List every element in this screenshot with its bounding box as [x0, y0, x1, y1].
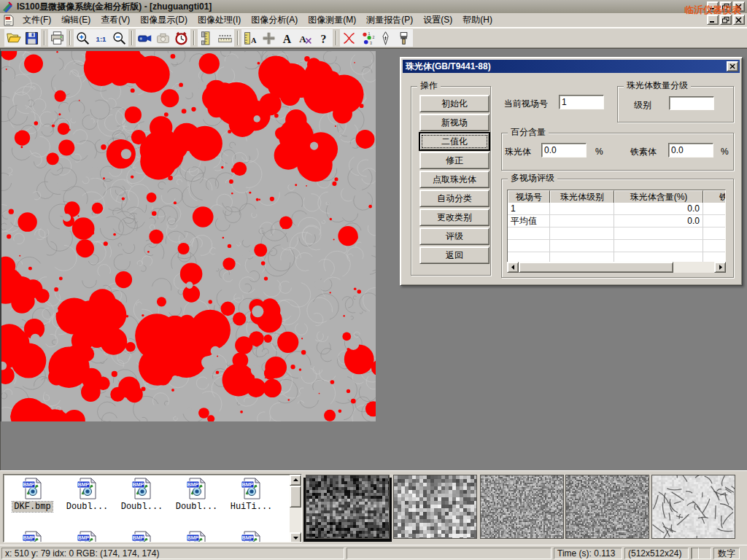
toolbar-separator: [193, 31, 195, 45]
menu-item-6[interactable]: 图像分析(A): [246, 13, 303, 26]
metallograph-image[interactable]: [1, 51, 376, 421]
move-cross-button[interactable]: [260, 29, 278, 47]
bmp-file-icon: BMP: [185, 530, 209, 542]
dialog-title: 珠光体(GB/T9441-88): [406, 61, 491, 73]
print-button[interactable]: [48, 29, 66, 47]
table-row[interactable]: 平均值0.0: [508, 215, 725, 228]
menu-item-4[interactable]: 图像显示(D): [135, 13, 193, 26]
file-item-partial[interactable]: BMP: [60, 530, 115, 542]
ruler-button[interactable]: [216, 29, 234, 47]
op-button-4[interactable]: 修正: [419, 152, 489, 169]
table-row[interactable]: 10.0: [508, 203, 725, 215]
menu-item-8[interactable]: 测量报告(P): [361, 13, 418, 26]
window-restore-button[interactable]: [720, 1, 732, 12]
operations-group-label: 操作: [417, 80, 441, 90]
scroll-right-button[interactable]: [714, 262, 726, 273]
open-button[interactable]: [4, 29, 23, 47]
file-item[interactable]: BMPDoubl...: [115, 477, 169, 512]
classify-points-button[interactable]: 123: [358, 29, 376, 47]
table-row[interactable]: [508, 240, 725, 252]
thumbnail-1[interactable]: [306, 475, 390, 539]
level-input[interactable]: [669, 96, 714, 110]
menu-item-5[interactable]: 图像处理(I): [193, 13, 246, 26]
op-button-6[interactable]: 自动分类: [419, 190, 489, 207]
text-style-button[interactable]: A: [296, 29, 314, 47]
menu-item-2[interactable]: 编辑(E): [56, 13, 96, 26]
window-close-button[interactable]: [733, 1, 745, 12]
measure-scale-button[interactable]: A: [241, 29, 260, 47]
pen-button[interactable]: [376, 29, 395, 47]
file-browser-panel: BMPDKF.bmpBMPDoubl...BMPDoubl...BMPDoubl…: [0, 470, 747, 545]
file-item-partial[interactable]: BMP: [169, 530, 224, 542]
op-button-7[interactable]: 更改类别: [419, 209, 489, 226]
file-name: Doubl...: [120, 502, 165, 512]
rating-table-group: 多视场评级 视场号珠光体级别珠光体含量(%)铁素体10.0平均值0.0: [501, 179, 734, 278]
caliper-button[interactable]: [198, 29, 216, 47]
pearlite-percent-input[interactable]: [541, 143, 587, 158]
op-button-9[interactable]: 返回: [419, 246, 489, 264]
child-minimize-button[interactable]: [707, 15, 719, 25]
scrollbar-thumb[interactable]: [290, 486, 301, 508]
save-button[interactable]: [23, 29, 41, 47]
table-cell: [508, 228, 550, 240]
zoom-out-button[interactable]: [110, 29, 128, 47]
camera-button[interactable]: [154, 29, 172, 47]
image-size-panel: (512x512x24): [624, 548, 689, 559]
menu-item-10[interactable]: 帮助(H): [457, 13, 498, 26]
file-item-partial[interactable]: BMP: [5, 530, 60, 542]
table-horizontal-scrollbar[interactable]: [507, 262, 726, 273]
menu-item-1[interactable]: 文件(F): [18, 13, 56, 26]
file-item[interactable]: BMPDoubl...: [169, 477, 224, 512]
child-restore-button[interactable]: [720, 15, 732, 25]
child-close-button[interactable]: [733, 15, 745, 25]
file-item-partial[interactable]: BMP: [224, 530, 279, 542]
thumbnail-5[interactable]: [651, 475, 735, 539]
svg-text:BMP: BMP: [241, 482, 253, 487]
file-item[interactable]: BMPDoubl...: [60, 477, 115, 512]
file-item[interactable]: BMPHuiTi...: [224, 477, 279, 512]
zoom-out-icon: [112, 31, 127, 46]
op-button-8[interactable]: 评级: [419, 228, 489, 245]
menu-item-9[interactable]: 设置(S): [418, 13, 457, 26]
document-icon: [3, 15, 15, 26]
table-cell: [550, 203, 614, 215]
zoom-in-button[interactable]: [74, 29, 92, 47]
menu-item-3[interactable]: 查看(V): [96, 13, 135, 26]
dialog-close-button[interactable]: [727, 61, 738, 71]
curve-tool-button[interactable]: [340, 29, 358, 47]
pearlite-label: 珠光体: [505, 146, 531, 158]
table-row[interactable]: [508, 228, 725, 240]
current-field-input[interactable]: [559, 95, 604, 109]
scroll-left-button[interactable]: [507, 262, 519, 273]
table-cell: 平均值: [508, 215, 550, 228]
title-bar: IS100显微摄像系统(金相分析版) - [zhuguangti01]: [0, 0, 747, 13]
op-button-1[interactable]: 初始化: [419, 95, 489, 112]
scroll-up-button[interactable]: [290, 475, 301, 486]
op-button-2[interactable]: 新视场: [419, 114, 489, 131]
svg-text:BMP: BMP: [77, 535, 89, 540]
file-list-scrollbar[interactable]: [290, 475, 301, 542]
scrollbar-thumb[interactable]: [519, 262, 673, 273]
ferrite-percent-input[interactable]: [668, 143, 713, 158]
thumbnail-2[interactable]: [393, 475, 477, 539]
grab-tool-button[interactable]: [395, 29, 413, 47]
table-cell: [614, 228, 703, 240]
menu-item-7[interactable]: 图像测量(M): [303, 13, 361, 26]
thumbnail-4[interactable]: [565, 475, 649, 539]
thumbnail-3[interactable]: [480, 475, 564, 539]
text-button[interactable]: A: [278, 29, 296, 47]
video-camera-button[interactable]: [136, 29, 154, 47]
actual-size-button[interactable]: 1:1: [92, 29, 110, 47]
scroll-down-button[interactable]: [290, 532, 301, 542]
timer-button[interactable]: [172, 29, 190, 47]
op-button-5[interactable]: 点取珠光体: [419, 171, 489, 188]
window-minimize-button[interactable]: [707, 1, 719, 12]
help-button[interactable]: ?: [314, 29, 333, 47]
op-button-3[interactable]: 二值化: [419, 133, 489, 150]
file-item-partial[interactable]: BMP: [115, 530, 169, 542]
dialog-title-bar[interactable]: 珠光体(GB/T9441-88): [403, 60, 740, 73]
print-icon: [50, 31, 65, 46]
file-item[interactable]: BMPDKF.bmp: [5, 477, 60, 512]
svg-text:3: 3: [370, 41, 372, 45]
pen-icon: [378, 31, 393, 46]
